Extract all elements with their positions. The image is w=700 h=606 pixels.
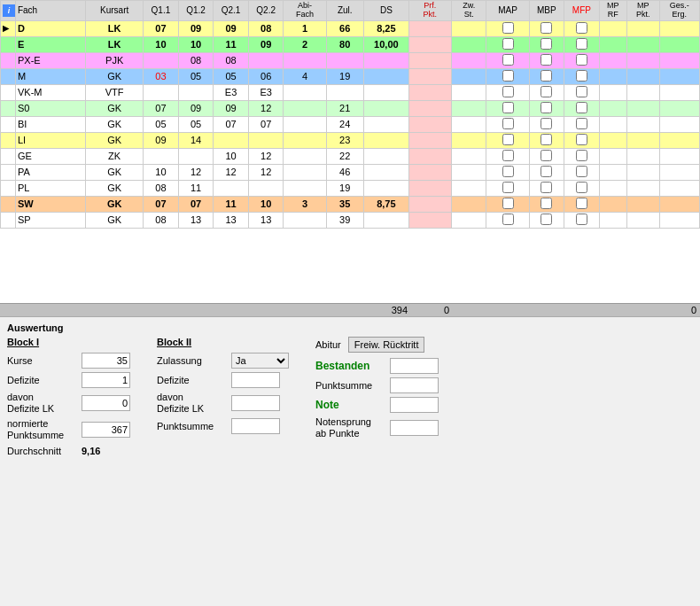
zw-cell — [451, 36, 486, 52]
mfp-cell[interactable] — [564, 212, 600, 228]
mbp-cell[interactable] — [529, 36, 564, 52]
mbp-checkbox[interactable] — [541, 70, 552, 82]
mbp-cell[interactable] — [529, 196, 564, 212]
map-checkbox[interactable] — [502, 134, 514, 145]
block2-punkte-input[interactable] — [231, 418, 280, 434]
map-checkbox[interactable] — [502, 214, 514, 225]
mfp-checkbox[interactable] — [576, 54, 587, 66]
mbp-checkbox[interactable] — [541, 198, 552, 209]
mfp-cell[interactable] — [564, 116, 600, 132]
mfp-cell[interactable] — [564, 68, 600, 84]
note-input[interactable] — [390, 397, 439, 413]
mbp-cell[interactable] — [529, 20, 564, 36]
notensprung-input[interactable] — [390, 420, 439, 436]
mfp-cell[interactable] — [564, 180, 600, 196]
mfp-checkbox[interactable] — [576, 134, 587, 145]
davon-def-lk-input[interactable] — [82, 395, 130, 411]
map-checkbox[interactable] — [502, 166, 514, 177]
mbp-checkbox[interactable] — [541, 166, 552, 177]
mp-pkt-cell — [626, 164, 659, 180]
map-cell[interactable] — [486, 148, 529, 164]
map-checkbox[interactable] — [502, 150, 514, 161]
map-cell[interactable] — [486, 100, 529, 116]
map-cell[interactable] — [486, 84, 529, 100]
mfp-checkbox[interactable] — [576, 214, 587, 225]
mbp-cell[interactable] — [529, 132, 564, 148]
mfp-cell[interactable] — [564, 52, 600, 68]
mbp-checkbox[interactable] — [541, 118, 552, 129]
mbp-cell[interactable] — [529, 180, 564, 196]
mfp-cell[interactable] — [564, 164, 600, 180]
zw-cell — [451, 52, 486, 68]
map-cell[interactable] — [486, 20, 529, 36]
mfp-checkbox[interactable] — [576, 118, 587, 129]
mbp-cell[interactable] — [529, 116, 564, 132]
mbp-cell[interactable] — [529, 52, 564, 68]
mbp-cell[interactable] — [529, 148, 564, 164]
mfp-cell[interactable] — [564, 20, 600, 36]
map-checkbox[interactable] — [502, 102, 514, 113]
mfp-checkbox[interactable] — [576, 86, 587, 97]
mbp-cell[interactable] — [529, 164, 564, 180]
mfp-checkbox[interactable] — [576, 102, 587, 113]
map-checkbox[interactable] — [502, 86, 514, 97]
mfp-checkbox[interactable] — [576, 22, 587, 34]
mbp-checkbox[interactable] — [541, 150, 552, 161]
mfp-checkbox[interactable] — [576, 70, 587, 82]
map-checkbox[interactable] — [502, 182, 514, 193]
map-checkbox[interactable] — [502, 38, 514, 50]
zw-cell — [451, 20, 486, 36]
mfp-cell[interactable] — [564, 84, 600, 100]
freiw-ruecktritt-button[interactable]: Freiw. Rücktritt — [348, 337, 425, 353]
map-cell[interactable] — [486, 164, 529, 180]
mfp-cell[interactable] — [564, 100, 600, 116]
block2-davon-input[interactable] — [231, 395, 280, 411]
map-checkbox[interactable] — [502, 70, 514, 82]
map-checkbox[interactable] — [502, 22, 514, 34]
q21-cell: 07 — [214, 116, 249, 132]
mbp-checkbox[interactable] — [541, 86, 552, 97]
mbp-checkbox[interactable] — [541, 182, 552, 193]
mfp-checkbox[interactable] — [576, 38, 587, 50]
defizite-input[interactable] — [82, 372, 130, 388]
norm-punkte-input[interactable] — [82, 422, 130, 438]
mbp-cell[interactable] — [529, 100, 564, 116]
mbp-cell[interactable] — [529, 68, 564, 84]
bestanden-input[interactable] — [390, 358, 439, 374]
mbp-checkbox[interactable] — [541, 134, 552, 145]
map-cell[interactable] — [486, 196, 529, 212]
mbp-cell[interactable] — [529, 84, 564, 100]
map-cell[interactable] — [486, 68, 529, 84]
map-checkbox[interactable] — [502, 198, 514, 209]
abi-punkte-input[interactable] — [390, 377, 439, 393]
mfp-cell[interactable] — [564, 148, 600, 164]
map-cell[interactable] — [486, 52, 529, 68]
mbp-checkbox[interactable] — [541, 214, 552, 225]
mbp-cell[interactable] — [529, 212, 564, 228]
map-checkbox[interactable] — [502, 118, 514, 129]
block2-defizite-input[interactable] — [231, 372, 280, 388]
mfp-cell[interactable] — [564, 196, 600, 212]
mfp-cell[interactable] — [564, 36, 600, 52]
mbp-checkbox[interactable] — [541, 38, 552, 50]
mfp-checkbox[interactable] — [576, 198, 587, 209]
mfp-checkbox[interactable] — [576, 150, 587, 161]
map-cell[interactable] — [486, 36, 529, 52]
mfp-cell[interactable] — [564, 132, 600, 148]
map-cell[interactable] — [486, 180, 529, 196]
durchschnitt-row: Durchschnitt 9,16 — [7, 446, 130, 456]
mp-pkt-cell — [626, 196, 659, 212]
map-cell[interactable] — [486, 132, 529, 148]
mbp-checkbox[interactable] — [541, 102, 552, 113]
mbp-checkbox[interactable] — [541, 22, 552, 34]
mbp-checkbox[interactable] — [541, 54, 552, 66]
map-checkbox[interactable] — [502, 54, 514, 66]
zulassung-select[interactable]: Ja Nein — [231, 353, 289, 369]
summary-total2: 0 — [444, 305, 449, 315]
mfp-checkbox[interactable] — [576, 182, 587, 193]
map-cell[interactable] — [486, 212, 529, 228]
kurse-input[interactable] — [82, 353, 130, 369]
mfp-checkbox[interactable] — [576, 166, 587, 177]
mp-pkt-cell — [626, 116, 659, 132]
map-cell[interactable] — [486, 116, 529, 132]
